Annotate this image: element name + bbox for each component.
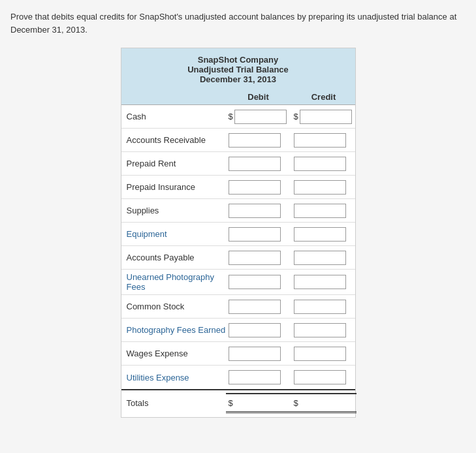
debit-cell (226, 300, 291, 314)
totals-debit-cell: $ (226, 393, 291, 413)
debit-cell (226, 157, 291, 171)
debit-input[interactable] (229, 133, 281, 148)
row-label: Accounts Receivable (121, 135, 226, 145)
credit-cell (291, 157, 357, 171)
credit-input[interactable] (294, 347, 346, 361)
credit-cell (291, 133, 357, 148)
table-row: Utilities Expense (121, 366, 355, 389)
credit-cell (291, 370, 357, 384)
company-name: SnapShot Company (125, 55, 351, 65)
credit-input[interactable] (294, 180, 346, 195)
table-row: Prepaid Rent (121, 152, 355, 176)
row-label: Accounts Payable (121, 253, 226, 262)
totals-debit-dollar: $ (229, 398, 233, 408)
credit-input[interactable] (300, 110, 352, 124)
credit-input[interactable] (294, 275, 346, 289)
debit-input[interactable] (229, 323, 281, 337)
column-headers: Debit Credit (121, 88, 355, 105)
debit-cell (226, 133, 291, 148)
debit-cell: $ (226, 110, 291, 124)
table-row: Cash$$ (121, 105, 355, 129)
rows-container: Cash$$Accounts ReceivablePrepaid RentPre… (121, 105, 355, 389)
debit-input[interactable] (229, 204, 281, 218)
table-row: Accounts Receivable (121, 129, 355, 152)
credit-cell (291, 227, 357, 242)
table-row: Equipment (121, 223, 355, 246)
debit-input[interactable] (229, 347, 281, 361)
credit-dollar-sign: $ (294, 112, 298, 121)
debit-input[interactable] (229, 370, 281, 384)
table-row: Unearned Photography Fees (121, 270, 355, 295)
debit-input[interactable] (229, 157, 281, 171)
credit-cell (291, 180, 357, 195)
table-row: Supplies (121, 199, 355, 223)
totals-credit-dollar: $ (294, 398, 298, 408)
credit-column-header: Credit (291, 92, 357, 102)
row-label: Wages Expense (121, 349, 226, 358)
row-label: Supplies (121, 206, 226, 215)
totals-debit-input[interactable] (234, 396, 287, 410)
credit-input[interactable] (294, 300, 346, 314)
report-title: Unadjusted Trial Balance (125, 65, 351, 74)
credit-input[interactable] (294, 251, 346, 265)
credit-cell (291, 347, 357, 361)
credit-cell (291, 300, 357, 314)
debit-cell (226, 275, 291, 289)
totals-credit-cell: $ (291, 393, 357, 413)
debit-input[interactable] (234, 110, 287, 124)
debit-input[interactable] (229, 227, 281, 242)
debit-cell (226, 204, 291, 218)
label-col-header (121, 92, 226, 102)
debit-cell (226, 227, 291, 242)
row-label: Unearned Photography Fees (121, 272, 226, 292)
debit-column-header: Debit (226, 92, 291, 102)
intro-text: Prove that debits equal credits for Snap… (10, 10, 466, 36)
credit-cell (291, 204, 357, 218)
trial-balance-table: SnapShot Company Unadjusted Trial Balanc… (121, 48, 356, 418)
debit-cell (226, 347, 291, 361)
table-header: SnapShot Company Unadjusted Trial Balanc… (121, 48, 355, 88)
table-row: Common Stock (121, 295, 355, 319)
debit-input[interactable] (229, 180, 281, 195)
totals-row: Totals $ $ (121, 389, 355, 417)
credit-input[interactable] (294, 157, 346, 171)
table-row: Prepaid Insurance (121, 176, 355, 199)
debit-input[interactable] (229, 275, 281, 289)
credit-input[interactable] (294, 204, 346, 218)
row-label: Photography Fees Earned (121, 325, 226, 335)
row-label: Cash (121, 112, 226, 121)
totals-credit-input[interactable] (300, 396, 352, 410)
row-label: Prepaid Insurance (121, 182, 226, 192)
debit-cell (226, 251, 291, 265)
table-row: Accounts Payable (121, 246, 355, 270)
report-date: December 31, 2013 (125, 74, 351, 84)
row-label: Equipment (121, 229, 226, 239)
debit-dollar-sign: $ (229, 112, 233, 121)
debit-cell (226, 370, 291, 384)
credit-cell (291, 323, 357, 337)
debit-input[interactable] (229, 300, 281, 314)
credit-input[interactable] (294, 133, 346, 148)
credit-cell (291, 275, 357, 289)
credit-input[interactable] (294, 227, 346, 242)
row-label: Utilities Expense (121, 373, 226, 383)
row-label: Prepaid Rent (121, 159, 226, 168)
row-label: Common Stock (121, 302, 226, 311)
credit-cell (291, 251, 357, 265)
debit-input[interactable] (229, 251, 281, 265)
credit-input[interactable] (294, 323, 346, 337)
credit-input[interactable] (294, 370, 346, 384)
totals-label: Totals (121, 398, 226, 408)
table-row: Wages Expense (121, 342, 355, 366)
debit-cell (226, 180, 291, 195)
table-row: Photography Fees Earned (121, 319, 355, 342)
debit-cell (226, 323, 291, 337)
credit-cell: $ (291, 110, 357, 124)
